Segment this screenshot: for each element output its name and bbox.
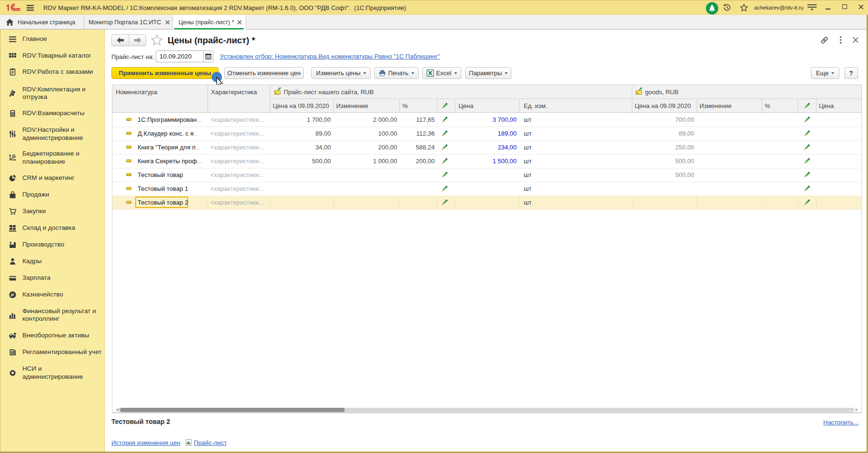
svg-text:P: P [11, 293, 14, 297]
svg-text:P: P [13, 155, 15, 158]
svg-text:1..: 1.. [275, 91, 279, 94]
svg-text:1..: 1.. [637, 91, 640, 94]
